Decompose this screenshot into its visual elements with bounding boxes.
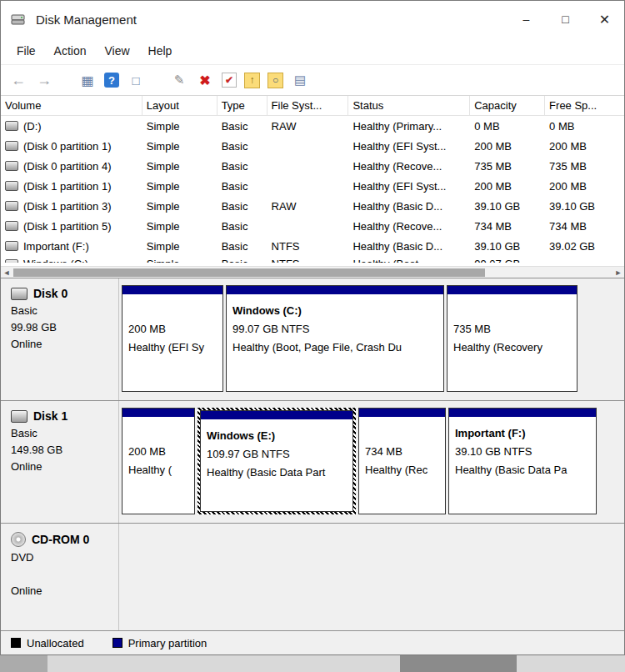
cell-status: Healthy (EFI Syst... xyxy=(348,180,470,193)
delete-volume-icon[interactable]: ✖ xyxy=(196,71,214,89)
partition-efi[interactable]: 200 MB Healthy ( xyxy=(122,408,195,514)
table-row[interactable]: (Disk 1 partition 5) Simple Basic Health… xyxy=(1,216,624,236)
hard-disk-icon xyxy=(11,410,28,423)
partition-windows-e-selected[interactable]: Windows (E:) 109.97 GB NTFS Healthy (Bas… xyxy=(198,408,356,514)
minimize-button[interactable]: – xyxy=(507,1,546,38)
partition-color-band xyxy=(122,286,222,296)
table-row[interactable]: (D:) Simple Basic RAW Healthy (Primary..… xyxy=(1,116,624,136)
partition-windows-c[interactable]: Windows (C:) 99.07 GB NTFS Healthy (Boot… xyxy=(226,285,444,392)
desktop-segment xyxy=(517,655,625,672)
tools-icon[interactable]: ✎ xyxy=(170,71,188,89)
disk-status: Online xyxy=(11,338,113,350)
cell-free-space xyxy=(545,256,624,258)
volume-icon xyxy=(5,141,18,151)
table-row[interactable]: (Disk 0 partition 1) Simple Basic Health… xyxy=(1,136,624,156)
column-header-layout[interactable]: Layout xyxy=(142,96,218,115)
forward-icon[interactable]: → xyxy=(35,71,53,89)
horizontal-scrollbar[interactable]: ◄ ► xyxy=(1,266,624,278)
disk-status: Online xyxy=(11,584,113,597)
legend-item-primary-partition: Primary partition xyxy=(112,637,208,649)
partition-efi[interactable]: 200 MB Healthy (EFI Sy xyxy=(122,285,223,392)
legend: Unallocated Primary partition xyxy=(1,630,624,654)
volume-icon xyxy=(5,121,18,131)
partition-name xyxy=(365,424,439,443)
partition-size: 39.10 GB NTFS xyxy=(455,443,590,461)
desktop-segment xyxy=(48,655,400,672)
cell-free-space: 200 MB xyxy=(545,140,624,153)
taskbar-icons-area[interactable] xyxy=(400,655,517,672)
menu-help[interactable]: Help xyxy=(139,40,182,62)
disk-management-window: Disk Management – □ ✕ File Action View H… xyxy=(0,0,625,655)
action-pane-icon[interactable]: □ xyxy=(127,71,145,89)
column-header-type[interactable]: Type xyxy=(218,96,268,115)
table-row[interactable]: (Disk 0 partition 4) Simple Basic Health… xyxy=(1,156,624,176)
explore-icon[interactable]: ○ xyxy=(268,73,283,88)
scroll-left-icon[interactable]: ◄ xyxy=(1,268,12,277)
column-header-free-space[interactable]: Free Sp... xyxy=(545,96,624,115)
cell-capacity: 200 MB xyxy=(470,180,545,193)
help-icon[interactable]: ? xyxy=(104,73,119,88)
cell-capacity: 200 MB xyxy=(470,140,545,153)
legend-label: Unallocated xyxy=(27,637,84,649)
table-row[interactable]: (Disk 1 partition 3) Simple Basic RAW He… xyxy=(1,196,624,216)
disk-1-row: Disk 1 Basic 149.98 GB Online 200 MB Hea… xyxy=(1,401,624,524)
menubar: File Action View Help xyxy=(1,38,624,65)
cell-capacity: 734 MB xyxy=(470,220,545,233)
menu-view[interactable]: View xyxy=(95,40,138,62)
folder-up-icon[interactable]: ↑ xyxy=(244,73,260,88)
cell-layout: Simple xyxy=(142,180,218,193)
disk-0-partitions: 200 MB Healthy (EFI Sy Windows (C:) 99.0… xyxy=(119,278,624,400)
volume-name: (Disk 0 partition 1) xyxy=(23,140,111,153)
hard-disk-icon xyxy=(11,288,28,300)
console-tree-icon[interactable]: ▦ xyxy=(78,71,97,89)
disk-0-row: Disk 0 Basic 99.98 GB Online 200 MB Heal… xyxy=(1,278,624,401)
check-disk-icon[interactable]: ✔ xyxy=(222,73,237,88)
table-row-clipped[interactable]: Windows (C:) Simple Basic NTFS Healthy (… xyxy=(1,256,624,263)
partition-status: Healthy (Basic Data Part xyxy=(207,464,347,482)
disk-kind: Basic xyxy=(11,304,113,317)
cell-status: Healthy (Primary... xyxy=(348,120,470,133)
close-button[interactable]: ✕ xyxy=(585,1,624,38)
cell-layout: Simple xyxy=(142,200,218,213)
titlebar[interactable]: Disk Management – □ ✕ xyxy=(1,1,624,38)
cdrom-0-label[interactable]: CD-ROM 0 DVD Online xyxy=(1,524,119,630)
back-icon[interactable]: ← xyxy=(9,71,28,89)
partition-name xyxy=(128,302,217,320)
cell-status: Healthy (Recove... xyxy=(348,220,470,233)
partition-important-f[interactable]: Important (F:) 39.10 GB NTFS Healthy (Ba… xyxy=(448,408,597,514)
scroll-right-icon[interactable]: ► xyxy=(612,268,624,277)
partition-size: 200 MB xyxy=(128,443,188,461)
partition-status: Healthy (Recovery xyxy=(453,339,571,357)
column-header-status[interactable]: Status xyxy=(348,96,470,115)
disk-0-label[interactable]: Disk 0 Basic 99.98 GB Online xyxy=(1,278,119,400)
volume-name: (Disk 1 partition 1) xyxy=(23,180,111,193)
column-header-file-system[interactable]: File Syst... xyxy=(268,96,349,115)
graphical-view: Disk 0 Basic 99.98 GB Online 200 MB Heal… xyxy=(1,278,624,630)
menu-action[interactable]: Action xyxy=(45,40,96,62)
partition-recovery[interactable]: 735 MB Healthy (Recovery xyxy=(447,285,578,392)
volume-icon xyxy=(5,259,18,263)
cell-type: Basic xyxy=(218,180,268,193)
maximize-button[interactable]: □ xyxy=(546,1,585,38)
table-row[interactable]: Important (F:) Simple Basic NTFS Healthy… xyxy=(1,236,624,256)
window-title: Disk Management xyxy=(36,13,137,27)
disk-1-label[interactable]: Disk 1 Basic 149.98 GB Online xyxy=(1,401,119,523)
properties-icon[interactable]: ▤ xyxy=(291,71,309,89)
column-header-volume[interactable]: Volume xyxy=(1,96,142,115)
column-header-capacity[interactable]: Capacity xyxy=(470,96,545,115)
window-controls: – □ ✕ xyxy=(507,1,624,38)
partition-name xyxy=(128,424,188,443)
menu-file[interactable]: File xyxy=(8,40,45,62)
scrollbar-thumb[interactable] xyxy=(13,268,485,277)
volume-icon xyxy=(5,161,18,171)
cell-type: Basic xyxy=(218,120,268,133)
volume-list-header: Volume Layout Type File Syst... Status C… xyxy=(1,96,624,116)
cell-layout: Simple xyxy=(142,220,218,233)
table-row[interactable]: (Disk 1 partition 1) Simple Basic Health… xyxy=(1,176,624,196)
partition-size: 734 MB xyxy=(365,443,439,461)
unallocated-swatch xyxy=(11,638,21,648)
partition-size: 109.97 GB NTFS xyxy=(207,445,347,464)
partition-name xyxy=(453,302,571,320)
partition-recovery[interactable]: 734 MB Healthy (Rec xyxy=(358,408,446,514)
cell-file-system: NTFS xyxy=(268,256,349,263)
